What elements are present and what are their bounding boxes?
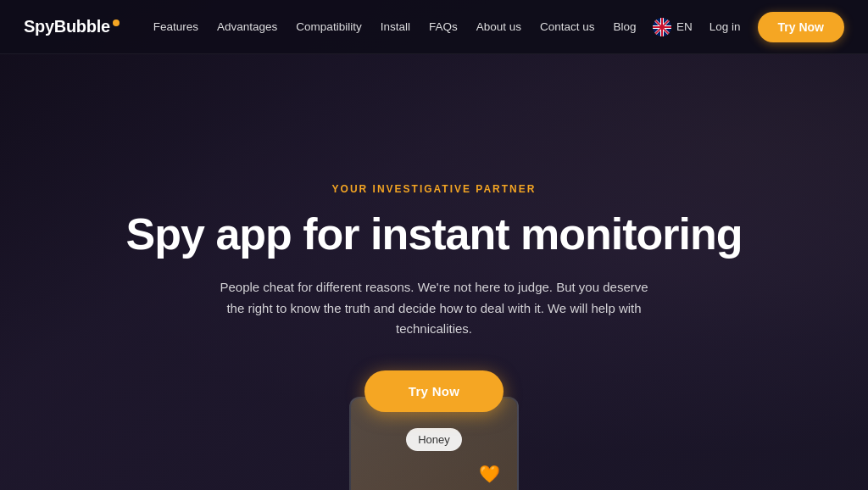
flag-icon xyxy=(653,18,671,36)
navbar: SpyBubble Features Advantages Compatibil… xyxy=(0,0,868,54)
hero-title: Spy app for instant monitoring xyxy=(126,210,743,259)
nav-link-contact[interactable]: Contact us xyxy=(533,15,602,38)
nav-link-features[interactable]: Features xyxy=(147,15,205,38)
nav-link-about[interactable]: About us xyxy=(470,15,528,38)
nav-link-blog[interactable]: Blog xyxy=(607,15,643,38)
logo-dot xyxy=(113,19,120,26)
lang-label: EN xyxy=(676,20,693,33)
hero-subtitle: People cheat for different reasons. We'r… xyxy=(214,277,654,340)
nav-link-faqs[interactable]: FAQs xyxy=(422,15,465,38)
login-link[interactable]: Log in xyxy=(703,15,748,38)
logo-text: SpyBubble xyxy=(24,17,110,36)
hero-tagline: YOUR INVESTIGATIVE PARTNER xyxy=(332,183,537,195)
hero-cta-button[interactable]: Try Now xyxy=(364,370,504,412)
hero-section: YOUR INVESTIGATIVE PARTNER Spy app for i… xyxy=(0,54,868,490)
nav-right: EN Log in Try Now xyxy=(653,12,844,42)
nav-link-compatibility[interactable]: Compatibility xyxy=(289,15,368,38)
language-selector[interactable]: EN xyxy=(653,18,693,36)
nav-link-advantages[interactable]: Advantages xyxy=(210,15,284,38)
logo[interactable]: SpyBubble xyxy=(24,17,120,36)
nav-links: Features Advantages Compatibility Instal… xyxy=(147,15,653,38)
nav-link-install[interactable]: Install xyxy=(374,15,417,38)
page-wrapper: SpyBubble Features Advantages Compatibil… xyxy=(0,0,868,490)
nav-try-now-button[interactable]: Try Now xyxy=(758,12,844,42)
